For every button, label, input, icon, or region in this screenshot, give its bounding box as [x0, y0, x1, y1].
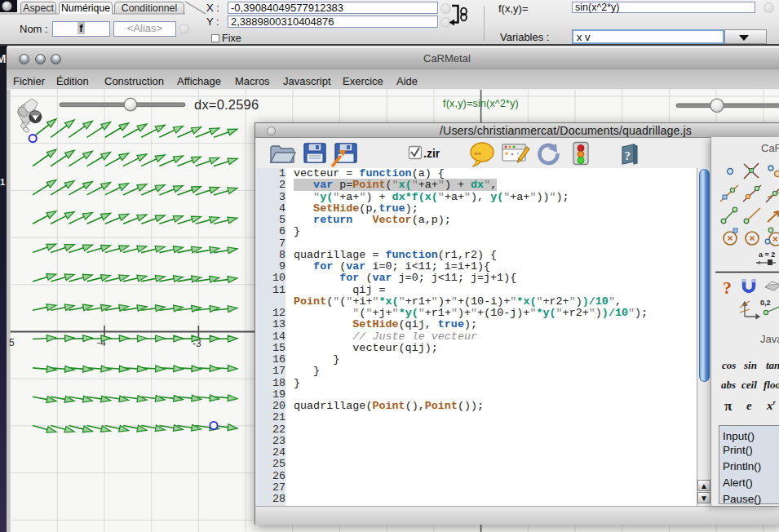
svg-text:0,2: 0,2: [760, 299, 771, 307]
svg-text:a = 2: a = 2: [759, 250, 775, 259]
svg-text:?: ?: [723, 277, 732, 298]
